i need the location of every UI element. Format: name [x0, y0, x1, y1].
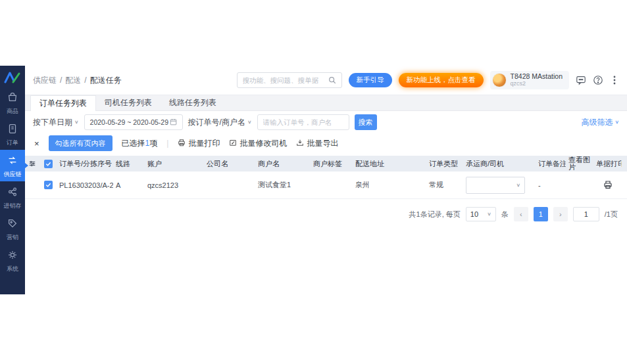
cell-carrier: ∨: [463, 177, 536, 194]
feedback-message-icon[interactable]: [576, 75, 586, 85]
cell-address: 泉州: [353, 180, 426, 190]
bulk-toolbar: × 勾选所有页内容 已选择1项 | 批量打印: [25, 133, 627, 153]
date-range-input[interactable]: 2020-05-29 ~ 2020-05-29: [84, 114, 183, 130]
system-gear-icon: [7, 249, 18, 263]
topbar: 供应链 / 配送 / 配送任务 新手引导 新功能上线，: [25, 66, 627, 95]
user-name: T8428 MAstation: [511, 73, 563, 80]
keyword-field-label: 按订单号/商户名: [188, 117, 245, 128]
global-search-input[interactable]: [243, 76, 324, 84]
carrier-select[interactable]: ∨: [466, 177, 525, 194]
orders-doc-icon: [7, 123, 18, 137]
cell-account: qzcs2123: [145, 181, 204, 189]
screenshot-canvas: 商品 订单 供应链: [0, 0, 627, 364]
printer-icon: [603, 180, 613, 191]
user-chip[interactable]: T8428 MAstation qzcs2: [490, 71, 569, 89]
select-all-checkbox[interactable]: [39, 160, 57, 168]
keyword-input[interactable]: [263, 118, 343, 126]
col-merchant[interactable]: 商户名: [255, 159, 311, 169]
bulk-export-button[interactable]: 批量导出: [296, 138, 338, 149]
row-print-button[interactable]: [593, 180, 622, 191]
bulk-modify-driver-button[interactable]: 批量修改司机: [229, 138, 287, 149]
advanced-filter-toggle[interactable]: 高级筛选 ∨: [581, 117, 619, 128]
table-header-row: 订单号/分拣序号 线路 账户 公司名 商户名 商户标签 配送地址 订单类型 承运…: [25, 156, 627, 171]
search-icon[interactable]: [328, 76, 336, 84]
new-feature-banner[interactable]: 新功能上线，点击查看: [399, 73, 484, 87]
marketing-tag-icon: [7, 217, 18, 232]
app-logo: [0, 67, 25, 87]
bulk-print-button[interactable]: 批量打印: [178, 138, 220, 149]
chevron-down-icon: ∨: [516, 183, 520, 188]
breadcrumb-item[interactable]: 配送: [65, 75, 81, 86]
tab-driver-task-list[interactable]: 司机任务列表: [96, 95, 161, 110]
next-page-button[interactable]: ›: [553, 207, 568, 221]
sidebar-item-orders[interactable]: 订单: [0, 118, 25, 150]
date-field-label: 按下单日期: [33, 117, 72, 128]
cell-note: -: [536, 181, 566, 189]
table-row[interactable]: PL16303203/A-2-1 A qzcs2123 测试食堂1 泉州 常规 …: [25, 171, 627, 199]
more-menu-icon[interactable]: [610, 75, 619, 85]
pagination-total: 共1条记录, 每页: [409, 210, 461, 219]
task-tabs: 订单任务列表 司机任务列表 线路任务列表: [25, 95, 627, 111]
bulk-print-label: 批量打印: [188, 138, 220, 149]
close-icon[interactable]: ×: [34, 139, 39, 148]
row-checkbox[interactable]: [39, 181, 57, 189]
beginner-guide-button[interactable]: 新手引导: [349, 73, 392, 87]
divider: |: [166, 139, 168, 148]
col-print[interactable]: 单据打印: [593, 159, 622, 169]
sidebar-item-label: 进销存: [4, 202, 22, 209]
col-company[interactable]: 公司名: [204, 159, 255, 169]
printer-icon: [178, 139, 186, 148]
global-search: [237, 72, 342, 88]
sidebar-item-goods[interactable]: 商品: [0, 87, 25, 118]
sidebar-item-inventory[interactable]: 进销存: [0, 181, 25, 213]
col-order-type[interactable]: 订单类型: [426, 159, 463, 169]
page-size-value: 10: [470, 210, 478, 218]
prev-page-button[interactable]: ‹: [514, 207, 528, 221]
sidebar-item-label: 商品: [7, 108, 18, 114]
pagination-unit: 条: [501, 210, 509, 219]
col-carrier[interactable]: 承运商/司机: [463, 159, 536, 169]
search-button[interactable]: 搜索: [355, 114, 377, 130]
keyword-input-box: [257, 114, 349, 130]
keyword-field-selector[interactable]: 按订单号/商户名 ∨: [188, 117, 252, 128]
breadcrumb-separator: /: [84, 76, 86, 85]
breadcrumb: 供应链 / 配送 / 配送任务: [33, 75, 122, 86]
select-all-pages-button[interactable]: 勾选所有页内容: [49, 135, 113, 151]
col-view-image[interactable]: 查看图片: [566, 156, 593, 171]
tab-route-task-list[interactable]: 线路任务列表: [161, 95, 225, 110]
sidebar-item-label: 系统: [7, 265, 18, 272]
calendar-icon: [170, 118, 177, 127]
page-jump-input[interactable]: 1: [573, 207, 599, 221]
cell-order-type: 常规: [426, 180, 463, 190]
export-icon: [296, 139, 304, 148]
date-field-selector[interactable]: 按下单日期 ∨: [33, 117, 79, 128]
col-merchant-tag[interactable]: 商户标签: [311, 159, 353, 169]
sidebar-item-supply-chain[interactable]: 供应链: [0, 150, 25, 181]
breadcrumb-item[interactable]: 供应链: [33, 75, 57, 86]
tab-order-task-list[interactable]: 订单任务列表: [30, 95, 96, 111]
user-account: qzcs2: [511, 80, 563, 87]
advanced-filter-label: 高级筛选: [581, 117, 613, 128]
current-page-button[interactable]: 1: [534, 207, 548, 221]
sidebar: 商品 订单 供应链: [0, 66, 25, 294]
supply-chain-icon: [7, 154, 18, 169]
sidebar-item-system[interactable]: 系统: [0, 244, 25, 276]
sidebar-item-marketing[interactable]: 营销: [0, 213, 25, 244]
help-icon[interactable]: [593, 75, 603, 85]
page-size-select[interactable]: 10 ∨: [466, 207, 496, 221]
bulk-modify-driver-label: 批量修改司机: [239, 138, 287, 149]
goods-bag-icon: [7, 91, 18, 106]
pagination-total-pages: /1页: [605, 210, 618, 219]
pagination: 共1条记录, 每页 10 ∨ 条 ‹ 1 › 1 /1页: [25, 207, 627, 221]
breadcrumb-separator: /: [60, 76, 62, 85]
col-line[interactable]: 线路: [113, 159, 145, 169]
chevron-down-icon: ∨: [487, 212, 491, 217]
sidebar-item-label: 供应链: [4, 171, 22, 177]
sidebar-item-label: 营销: [7, 234, 18, 240]
cell-order-no[interactable]: PL16303203/A-2-1: [57, 181, 113, 189]
col-note[interactable]: 订单备注: [536, 159, 566, 169]
col-account[interactable]: 账户: [145, 159, 204, 169]
app-window: 商品 订单 供应链: [0, 66, 627, 294]
col-order-no[interactable]: 订单号/分拣序号: [57, 159, 113, 169]
col-address[interactable]: 配送地址: [353, 159, 426, 169]
